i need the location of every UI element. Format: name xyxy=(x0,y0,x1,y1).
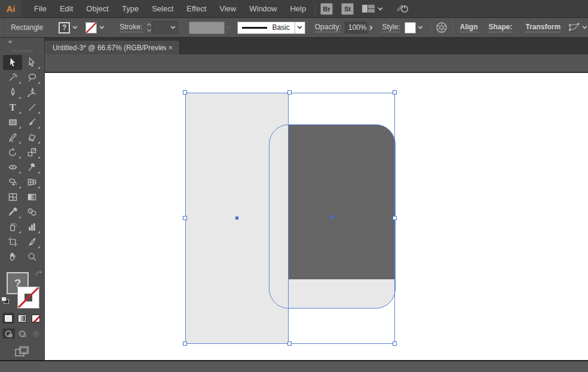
fill-swatch[interactable]: ? xyxy=(59,22,70,33)
selection-handle-bottom-middle[interactable] xyxy=(287,341,292,346)
align-panel-link[interactable]: Align xyxy=(460,23,478,32)
stroke-weight-stepper[interactable] xyxy=(146,22,152,33)
tools-panel-grip[interactable] xyxy=(12,50,32,53)
bridge-button[interactable]: Br xyxy=(320,3,333,15)
gradient-tool[interactable] xyxy=(22,190,41,205)
zoom-tool[interactable] xyxy=(22,249,41,264)
eraser-tool[interactable] xyxy=(22,130,41,145)
opacity-field[interactable]: 100% xyxy=(345,22,368,33)
menu-help[interactable]: Help xyxy=(283,0,313,17)
tools-panel-collapse-button[interactable]: « xyxy=(0,38,44,45)
object-center-point[interactable] xyxy=(330,215,333,218)
width-tool[interactable] xyxy=(3,160,22,175)
menu-file[interactable]: File xyxy=(27,0,53,17)
menu-view[interactable]: View xyxy=(213,0,243,17)
change-screen-mode-button[interactable] xyxy=(14,346,30,360)
pen-tool[interactable] xyxy=(3,85,22,100)
selection-handle-top-right[interactable] xyxy=(393,90,397,94)
document-tab-title: Untitled-3* @ 66.67% (RGB/Preview) xyxy=(53,44,166,52)
swap-fill-stroke-icon[interactable] xyxy=(35,270,43,278)
transform-panel-link[interactable]: Transform xyxy=(526,23,561,32)
workspace-switcher[interactable] xyxy=(362,5,382,13)
paint-buttons xyxy=(2,313,42,324)
stroke-proxy[interactable] xyxy=(17,286,39,309)
draw-inside-button[interactable] xyxy=(30,328,42,339)
fill-color-dropdown[interactable]: ? xyxy=(59,22,79,33)
curvature-tool[interactable] xyxy=(22,85,41,100)
menu-type[interactable]: Type xyxy=(115,0,145,17)
brush-style-combo[interactable]: Basic xyxy=(237,22,305,34)
graphic-style-swatch[interactable] xyxy=(405,22,416,33)
opacity-label[interactable]: Opacity: xyxy=(315,23,341,32)
stroke-none-swatch[interactable] xyxy=(85,22,97,33)
scale-tool[interactable] xyxy=(22,145,41,160)
style-label[interactable]: Style: xyxy=(382,23,400,32)
illustrator-window: Ai File Edit Object Type Select Effect V… xyxy=(0,0,588,372)
graphic-style-dropdown[interactable] xyxy=(405,22,425,33)
selection-handle-top-left[interactable] xyxy=(183,90,187,94)
perspective-grid-tool[interactable] xyxy=(22,175,41,190)
free-transform-icon[interactable] xyxy=(568,22,581,33)
paintbrush-tool[interactable] xyxy=(22,115,41,130)
chevron-down-icon xyxy=(72,25,77,29)
type-tool[interactable]: T xyxy=(3,100,22,115)
document-tab[interactable]: Untitled-3* @ 66.67% (RGB/Preview) × xyxy=(45,41,180,54)
rectangle-tool[interactable] xyxy=(3,115,22,130)
menu-effect[interactable]: Effect xyxy=(180,0,213,17)
rotate-tool[interactable] xyxy=(3,145,22,160)
selection-handle-bottom-left[interactable] xyxy=(183,341,187,346)
selection-handle-middle-right[interactable] xyxy=(393,216,397,220)
gpu-performance-icon[interactable] xyxy=(394,2,410,16)
menu-edit[interactable]: Edit xyxy=(53,0,79,17)
color-button[interactable] xyxy=(2,313,14,324)
none-button[interactable] xyxy=(30,313,42,324)
slice-tool[interactable] xyxy=(22,234,41,249)
selection-bounding-box xyxy=(185,93,395,344)
stock-button[interactable]: St xyxy=(341,3,354,15)
chevron-right-icon xyxy=(368,25,373,30)
hand-tool[interactable] xyxy=(3,249,22,264)
selection-handle-middle-left[interactable] xyxy=(183,216,187,220)
status-bar xyxy=(0,360,588,372)
menu-window[interactable]: Window xyxy=(243,0,283,17)
menu-object[interactable]: Object xyxy=(79,0,115,17)
puppet-warp-tool[interactable] xyxy=(22,160,41,175)
lasso-tool[interactable] xyxy=(22,70,41,85)
opacity-expand-button[interactable] xyxy=(367,22,373,33)
tab-close-icon[interactable]: × xyxy=(166,43,174,52)
color-swatch-icon xyxy=(4,315,13,322)
shape-builder-tool[interactable] xyxy=(3,175,22,190)
control-bar-separator xyxy=(430,21,431,34)
shape-panel-link[interactable]: Shape: xyxy=(489,23,513,32)
selection-tool[interactable] xyxy=(3,55,22,70)
mesh-tool[interactable] xyxy=(3,190,22,205)
eyedropper-tool[interactable] xyxy=(3,205,22,219)
brush-definition-preview[interactable] xyxy=(189,22,224,34)
control-bar-grip[interactable] xyxy=(0,18,4,37)
draw-behind-button[interactable] xyxy=(16,328,29,339)
stroke-weight-combo[interactable] xyxy=(152,22,178,33)
gradient-button[interactable] xyxy=(16,313,28,324)
stroke-weight-label[interactable]: Stroke: xyxy=(120,23,142,32)
column-graph-tool[interactable] xyxy=(22,219,41,234)
selection-handle-top-middle[interactable] xyxy=(287,90,292,94)
default-fill-stroke-icon[interactable] xyxy=(1,297,10,304)
object-center-point[interactable] xyxy=(235,217,238,219)
line-segment-tool[interactable] xyxy=(22,100,41,115)
magic-wand-tool[interactable] xyxy=(3,70,22,85)
symbol-sprayer-tool[interactable] xyxy=(3,219,22,234)
recolor-artwork-icon[interactable] xyxy=(436,22,448,33)
shaper-tool[interactable] xyxy=(3,130,22,145)
artboard-canvas[interactable] xyxy=(45,73,588,360)
menu-select[interactable]: Select xyxy=(145,0,180,17)
draw-normal-button[interactable] xyxy=(2,328,15,339)
type-tool-glyph: T xyxy=(10,102,16,113)
menu-bar: Ai File Edit Object Type Select Effect V… xyxy=(0,0,588,17)
control-bar-separator xyxy=(452,21,453,34)
workspace-layout-icon xyxy=(362,5,375,13)
artboard-tool[interactable] xyxy=(3,234,22,249)
stroke-color-dropdown[interactable] xyxy=(85,22,106,33)
selection-handle-bottom-right[interactable] xyxy=(393,341,397,346)
blend-tool[interactable] xyxy=(22,205,41,219)
direct-selection-tool[interactable] xyxy=(22,55,41,70)
